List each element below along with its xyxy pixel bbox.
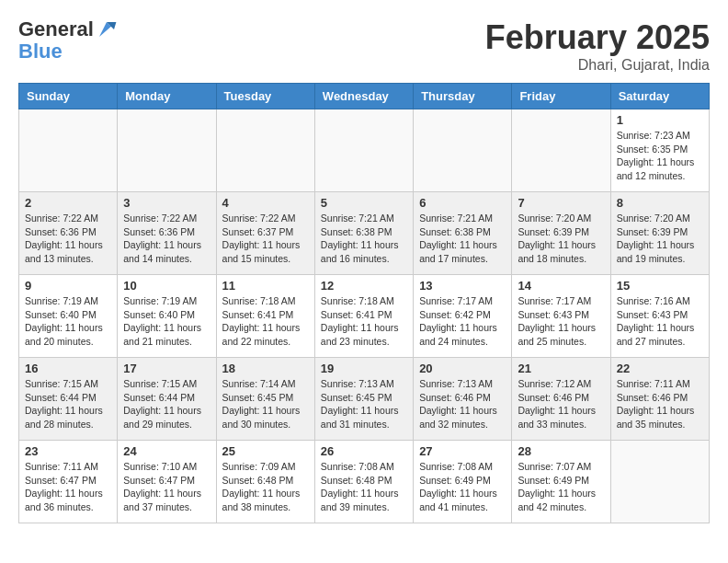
day-number: 26 [321,444,407,458]
day-info-text: Sunrise: 7:08 AM Sunset: 6:48 PM Dayligh… [321,460,407,514]
calendar-day-cell: 17Sunrise: 7:15 AM Sunset: 6:44 PM Dayli… [118,358,216,441]
day-number: 12 [321,279,407,293]
weekday-header-wednesday: Wednesday [314,84,413,109]
logo-blue-text: Blue [18,40,118,63]
day-number: 9 [25,279,111,293]
day-number: 20 [419,362,506,375]
weekday-header-friday: Friday [512,84,610,109]
weekday-header-saturday: Saturday [610,84,709,109]
day-number: 5 [321,196,407,210]
day-number: 4 [222,196,309,210]
day-info-text: Sunrise: 7:10 AM Sunset: 6:47 PM Dayligh… [123,460,210,514]
day-number: 16 [25,362,111,375]
day-info-text: Sunrise: 7:16 AM Sunset: 6:43 PM Dayligh… [617,294,703,349]
calendar-day-cell: 4Sunrise: 7:22 AM Sunset: 6:37 PM Daylig… [216,192,314,275]
calendar-day-cell: 15Sunrise: 7:16 AM Sunset: 6:43 PM Dayli… [610,275,709,358]
calendar-day-cell: 26Sunrise: 7:08 AM Sunset: 6:48 PM Dayli… [314,441,413,523]
calendar-day-cell [414,109,512,192]
calendar-day-cell: 19Sunrise: 7:13 AM Sunset: 6:45 PM Dayli… [314,358,413,441]
calendar-day-cell: 21Sunrise: 7:12 AM Sunset: 6:46 PM Dayli… [512,358,610,441]
calendar-day-cell: 5Sunrise: 7:21 AM Sunset: 6:38 PM Daylig… [314,192,413,275]
day-number: 22 [617,362,703,375]
day-number: 11 [222,279,309,293]
calendar-day-cell: 16Sunrise: 7:15 AM Sunset: 6:44 PM Dayli… [19,358,118,441]
logo-general-text: General [18,18,94,40]
day-number: 3 [123,196,210,210]
day-number: 23 [25,444,111,458]
day-info-text: Sunrise: 7:13 AM Sunset: 6:45 PM Dayligh… [321,377,407,431]
day-number: 24 [123,444,210,458]
day-info-text: Sunrise: 7:15 AM Sunset: 6:44 PM Dayligh… [25,377,111,431]
calendar-week-row: 23Sunrise: 7:11 AM Sunset: 6:47 PM Dayli… [19,441,710,523]
calendar-day-cell [19,109,118,192]
day-info-text: Sunrise: 7:12 AM Sunset: 6:46 PM Dayligh… [518,377,604,431]
day-info-text: Sunrise: 7:20 AM Sunset: 6:39 PM Dayligh… [518,212,604,266]
day-number: 19 [321,362,407,375]
day-number: 27 [419,444,506,458]
calendar-day-cell: 13Sunrise: 7:17 AM Sunset: 6:42 PM Dayli… [414,275,512,358]
day-number: 18 [222,362,309,375]
calendar-week-row: 16Sunrise: 7:15 AM Sunset: 6:44 PM Dayli… [19,358,710,441]
calendar-day-cell: 18Sunrise: 7:14 AM Sunset: 6:45 PM Dayli… [216,358,314,441]
day-number: 10 [123,279,210,293]
weekday-header-row: SundayMondayTuesdayWednesdayThursdayFrid… [19,84,710,109]
day-number: 21 [518,362,604,375]
day-number: 1 [617,113,703,127]
logo: General Blue [18,18,118,63]
day-info-text: Sunrise: 7:22 AM Sunset: 6:37 PM Dayligh… [222,212,309,266]
calendar-day-cell [610,441,709,523]
day-info-text: Sunrise: 7:11 AM Sunset: 6:47 PM Dayligh… [25,460,111,514]
day-info-text: Sunrise: 7:13 AM Sunset: 6:46 PM Dayligh… [419,377,506,431]
day-number: 14 [518,279,604,293]
day-number: 13 [419,279,506,293]
weekday-header-monday: Monday [118,84,216,109]
month-title: February 2025 [485,18,710,57]
calendar-day-cell: 10Sunrise: 7:19 AM Sunset: 6:40 PM Dayli… [118,275,216,358]
day-info-text: Sunrise: 7:17 AM Sunset: 6:43 PM Dayligh… [518,294,604,349]
day-info-text: Sunrise: 7:19 AM Sunset: 6:40 PM Dayligh… [123,294,210,349]
calendar-week-row: 2Sunrise: 7:22 AM Sunset: 6:36 PM Daylig… [19,192,710,275]
day-number: 2 [25,196,111,210]
location-text: Dhari, Gujarat, India [485,57,710,74]
day-number: 28 [518,444,604,458]
day-number: 15 [617,279,703,293]
weekday-header-thursday: Thursday [414,84,512,109]
day-info-text: Sunrise: 7:20 AM Sunset: 6:39 PM Dayligh… [617,212,703,266]
day-info-text: Sunrise: 7:09 AM Sunset: 6:48 PM Dayligh… [222,460,309,514]
page-header: General Blue February 2025 Dhari, Gujara… [18,18,710,74]
calendar-day-cell [216,109,314,192]
calendar-day-cell: 24Sunrise: 7:10 AM Sunset: 6:47 PM Dayli… [118,441,216,523]
calendar-day-cell: 27Sunrise: 7:08 AM Sunset: 6:49 PM Dayli… [414,441,512,523]
day-number: 8 [617,196,703,210]
calendar-day-cell [118,109,216,192]
day-info-text: Sunrise: 7:18 AM Sunset: 6:41 PM Dayligh… [222,294,309,349]
calendar-day-cell [314,109,413,192]
day-info-text: Sunrise: 7:08 AM Sunset: 6:49 PM Dayligh… [419,460,506,514]
calendar-day-cell: 2Sunrise: 7:22 AM Sunset: 6:36 PM Daylig… [19,192,118,275]
day-number: 17 [123,362,210,375]
calendar-day-cell: 22Sunrise: 7:11 AM Sunset: 6:46 PM Dayli… [610,358,709,441]
day-number: 6 [419,196,506,210]
calendar-day-cell: 8Sunrise: 7:20 AM Sunset: 6:39 PM Daylig… [610,192,709,275]
calendar-day-cell: 28Sunrise: 7:07 AM Sunset: 6:49 PM Dayli… [512,441,610,523]
calendar-day-cell: 7Sunrise: 7:20 AM Sunset: 6:39 PM Daylig… [512,192,610,275]
calendar-day-cell: 11Sunrise: 7:18 AM Sunset: 6:41 PM Dayli… [216,275,314,358]
calendar-day-cell: 1Sunrise: 7:23 AM Sunset: 6:35 PM Daylig… [610,109,709,192]
day-info-text: Sunrise: 7:22 AM Sunset: 6:36 PM Dayligh… [25,212,111,266]
day-info-text: Sunrise: 7:19 AM Sunset: 6:40 PM Dayligh… [25,294,111,349]
calendar-day-cell: 9Sunrise: 7:19 AM Sunset: 6:40 PM Daylig… [19,275,118,358]
logo-icon [96,18,118,40]
day-info-text: Sunrise: 7:21 AM Sunset: 6:38 PM Dayligh… [321,212,407,266]
calendar-day-cell: 20Sunrise: 7:13 AM Sunset: 6:46 PM Dayli… [414,358,512,441]
weekday-header-sunday: Sunday [19,84,118,109]
calendar-day-cell: 3Sunrise: 7:22 AM Sunset: 6:36 PM Daylig… [118,192,216,275]
calendar-day-cell: 6Sunrise: 7:21 AM Sunset: 6:38 PM Daylig… [414,192,512,275]
calendar-week-row: 9Sunrise: 7:19 AM Sunset: 6:40 PM Daylig… [19,275,710,358]
calendar-day-cell: 14Sunrise: 7:17 AM Sunset: 6:43 PM Dayli… [512,275,610,358]
day-info-text: Sunrise: 7:11 AM Sunset: 6:46 PM Dayligh… [617,377,703,431]
title-section: February 2025 Dhari, Gujarat, India [485,18,710,74]
calendar-day-cell [512,109,610,192]
day-info-text: Sunrise: 7:14 AM Sunset: 6:45 PM Dayligh… [222,377,309,431]
day-info-text: Sunrise: 7:07 AM Sunset: 6:49 PM Dayligh… [518,460,604,514]
day-number: 7 [518,196,604,210]
